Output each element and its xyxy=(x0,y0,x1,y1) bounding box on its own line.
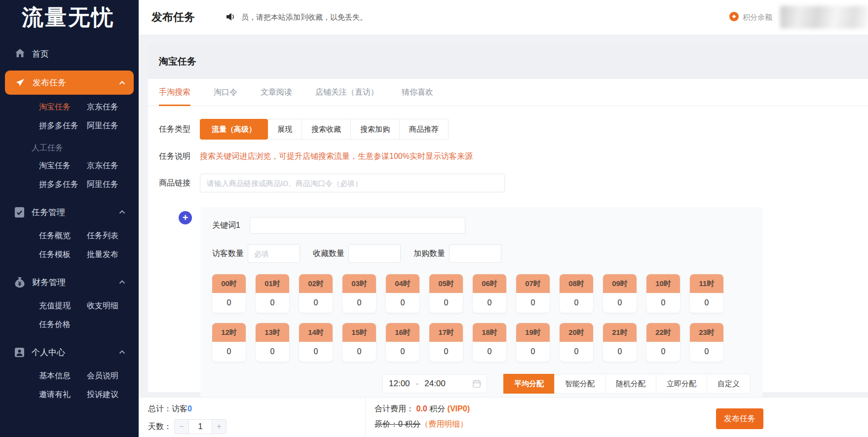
hour-value-input[interactable]: 0 xyxy=(429,342,463,362)
hour-label: 22时 xyxy=(646,323,680,342)
sidebar-group-task-management[interactable]: 任务管理 xyxy=(0,201,139,223)
distribution-自定义[interactable]: 自定义 xyxy=(707,374,751,394)
cost-line: 合计费用： 0.0 积分 (VIP0) xyxy=(375,404,470,414)
cost-unit: 积分 xyxy=(429,404,445,413)
hour-value-input[interactable]: 0 xyxy=(256,342,289,362)
sidebar-group-personal-center[interactable]: 个人中心 xyxy=(0,341,139,364)
manual-task-links: 淘宝任务 京东任务 拼多多任务 阿里任务 xyxy=(0,156,139,194)
sidebar-link-manual-jd[interactable]: 京东任务 xyxy=(87,156,139,175)
hour-value-input[interactable]: 0 xyxy=(473,342,506,362)
distribution-立即分配[interactable]: 立即分配 xyxy=(656,374,707,394)
distribution-row: 12:00 - 24:00 平均分配智能分配随机分配立即分配自定义 xyxy=(212,374,751,394)
task-type-搜索收藏[interactable]: 搜索收藏 xyxy=(302,119,351,140)
sidebar-link-income-expense[interactable]: 收支明细 xyxy=(87,296,139,315)
time-range-picker[interactable]: 12:00 - 24:00 xyxy=(382,374,487,393)
distribution-平均分配[interactable]: 平均分配 xyxy=(503,374,555,394)
hour-value-input[interactable]: 0 xyxy=(560,293,593,313)
product-link-input[interactable] xyxy=(200,174,505,192)
hour-cell-01时: 01时0 xyxy=(256,274,289,313)
total-label: 总计：访客 xyxy=(148,404,188,413)
sidebar-link-task-price[interactable]: 任务价格 xyxy=(39,315,87,334)
distribution-智能分配[interactable]: 智能分配 xyxy=(554,374,605,394)
sidebar-section-manual-task: 人工任务 xyxy=(32,143,139,153)
tab-文章阅读[interactable]: 文章阅读 xyxy=(261,79,292,106)
tab-手淘搜索[interactable]: 手淘搜索 xyxy=(159,79,190,106)
add-keyword-button[interactable]: + xyxy=(179,211,192,224)
hour-label: 08时 xyxy=(560,274,593,293)
hour-value-input[interactable]: 0 xyxy=(646,293,680,313)
tab-猜你喜欢[interactable]: 猜你喜欢 xyxy=(402,79,433,106)
hour-value-input[interactable]: 0 xyxy=(212,293,246,313)
hour-value-input[interactable]: 0 xyxy=(342,293,376,313)
task-type-流量（高级）[interactable]: 流量（高级） xyxy=(200,119,268,140)
visitor-count-input[interactable] xyxy=(248,244,300,263)
sidebar-link-manual-taobao[interactable]: 淘宝任务 xyxy=(39,156,87,175)
sidebar-link-basic-info[interactable]: 基本信息 xyxy=(39,366,87,385)
hour-value-input[interactable]: 0 xyxy=(516,342,550,362)
task-type-搜索加购[interactable]: 搜索加购 xyxy=(350,119,400,140)
keyword-section: + 关键词1 访客数量 收藏数量 加购数量 00时001时002时003 xyxy=(179,207,868,406)
hour-cell-20时: 20时0 xyxy=(560,323,593,362)
hour-value-input[interactable]: 0 xyxy=(690,293,723,313)
sidebar-link-jd-task[interactable]: 京东任务 xyxy=(87,98,139,116)
keyword-input[interactable] xyxy=(250,217,465,234)
hour-cell-16时: 16时0 xyxy=(386,323,419,362)
footer-bar: 总计：访客0 天数： − 1 + 合计费用： 0.0 积分 (VIP0) 原价：… xyxy=(139,397,868,437)
hour-value-input[interactable]: 0 xyxy=(603,293,637,313)
hour-cell-04时: 04时0 xyxy=(386,274,419,313)
hour-value-input[interactable]: 0 xyxy=(429,293,463,313)
favorite-count-input[interactable] xyxy=(348,244,401,263)
hour-value-input[interactable]: 0 xyxy=(299,342,333,362)
tab-淘口令[interactable]: 淘口令 xyxy=(214,79,237,106)
sidebar-group-publish-task[interactable]: 发布任务 xyxy=(5,71,134,95)
hour-value-input[interactable]: 0 xyxy=(560,342,593,362)
hour-value-input[interactable]: 0 xyxy=(386,293,419,313)
sidebar-link-pdd-task[interactable]: 拼多多任务 xyxy=(39,116,87,135)
hour-cell-14时: 14时0 xyxy=(299,323,333,362)
time-dash: - xyxy=(416,379,419,389)
hour-value-input[interactable]: 0 xyxy=(212,342,246,362)
task-type-商品推荐[interactable]: 商品推荐 xyxy=(399,119,449,140)
product-link-label: 商品链接 xyxy=(159,178,200,188)
sidebar-item-home[interactable]: 首页 xyxy=(0,32,139,60)
sidebar-link-batch-publish[interactable]: 批量发布 xyxy=(87,245,139,264)
hour-value-input[interactable]: 0 xyxy=(386,342,419,362)
hour-value-input[interactable]: 0 xyxy=(342,342,376,362)
sidebar-link-manual-pdd[interactable]: 拼多多任务 xyxy=(39,175,87,194)
sidebar-link-ali-task[interactable]: 阿里任务 xyxy=(87,116,139,135)
hour-value-input[interactable]: 0 xyxy=(690,342,723,362)
hour-cell-22时: 22时0 xyxy=(646,323,680,362)
hour-value-input[interactable]: 0 xyxy=(299,293,333,313)
sidebar-link-complaint[interactable]: 投诉建议 xyxy=(87,385,139,404)
hour-value-input[interactable]: 0 xyxy=(473,293,506,313)
sidebar-link-recharge-withdraw[interactable]: 充值提现 xyxy=(39,296,87,315)
sidebar-link-invite-reward[interactable]: 邀请有礼 xyxy=(39,385,87,404)
task-type-展现[interactable]: 展现 xyxy=(267,119,302,140)
personal-center-links: 基本信息 会员说明 邀请有礼 投诉建议 xyxy=(0,366,139,404)
hour-value-input[interactable]: 0 xyxy=(603,342,637,362)
tab-店铺关注（直访）[interactable]: 店铺关注（直访） xyxy=(315,79,378,106)
sidebar-link-manual-ali[interactable]: 阿里任务 xyxy=(87,175,139,194)
tabs: 手淘搜索淘口令文章阅读店铺关注（直访）猜你喜欢 xyxy=(148,79,868,106)
hour-value-input[interactable]: 0 xyxy=(646,342,680,362)
sidebar-link-task-template[interactable]: 任务模板 xyxy=(39,245,87,264)
sidebar-link-member-info[interactable]: 会员说明 xyxy=(87,366,139,385)
sidebar-group-finance[interactable]: 财务管理 xyxy=(0,271,139,293)
chevron-up-icon xyxy=(119,210,125,214)
days-plus-button[interactable]: + xyxy=(212,419,226,434)
cart-count-input[interactable] xyxy=(449,244,501,263)
sidebar-link-taobao-task[interactable]: 淘宝任务 xyxy=(39,98,87,116)
paper-plane-icon xyxy=(15,78,25,88)
hour-value-input[interactable]: 0 xyxy=(516,293,550,313)
money-bag-icon xyxy=(15,277,25,288)
publish-task-button[interactable]: 发布任务 xyxy=(716,408,763,429)
vip-badge: (VIP0) xyxy=(448,404,470,413)
sidebar-link-task-list[interactable]: 任务列表 xyxy=(87,226,139,245)
cost-detail-link[interactable]: （费用明细） xyxy=(420,420,468,428)
days-minus-button[interactable]: − xyxy=(174,419,189,434)
sidebar-link-task-overview[interactable]: 任务概览 xyxy=(39,226,87,245)
distribution-随机分配[interactable]: 随机分配 xyxy=(605,374,656,394)
hour-value-input[interactable]: 0 xyxy=(256,293,289,313)
days-value[interactable]: 1 xyxy=(189,419,212,434)
days-stepper: − 1 + xyxy=(174,419,226,434)
